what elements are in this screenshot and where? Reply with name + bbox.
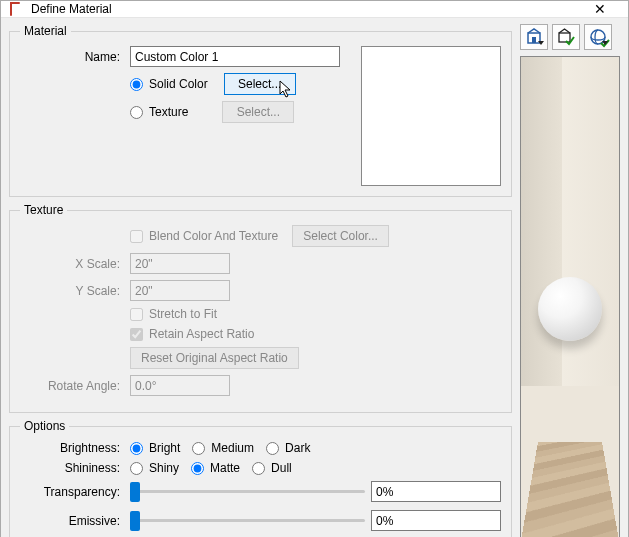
shininess-label: Shininess:	[20, 461, 124, 475]
options-group: Options Brightness: Bright Medium Dark	[9, 419, 512, 537]
texture-group: Texture Blend Color And Texture Select C…	[9, 203, 512, 413]
color-swatch-preview	[361, 46, 501, 186]
texture-legend: Texture	[20, 203, 67, 217]
close-button[interactable]: ✕	[580, 1, 620, 17]
texture-radio[interactable]: Texture	[130, 105, 188, 119]
select-texture-button: Select...	[222, 101, 294, 123]
preview-sphere	[538, 277, 602, 341]
brightness-medium-label: Medium	[211, 441, 254, 455]
select-color-label: Select Color...	[303, 229, 378, 243]
shininess-shiny-label: Shiny	[149, 461, 179, 475]
name-label: Name:	[20, 50, 124, 64]
material-group: Material Name: Solid Color	[9, 24, 512, 197]
shininess-matte-radio[interactable]: Matte	[191, 461, 240, 475]
solid-color-label: Solid Color	[149, 77, 208, 91]
render-preview	[520, 56, 620, 537]
library-check-tool-button[interactable]	[552, 24, 580, 50]
content-area: Material Name: Solid Color	[1, 18, 628, 537]
xscale-input	[130, 253, 230, 274]
select-label-1: Select...	[238, 77, 281, 91]
rotate-label: Rotate Angle:	[20, 379, 124, 393]
shininess-shiny-radio[interactable]: Shiny	[130, 461, 179, 475]
check-icon	[600, 38, 610, 48]
titlebar: Define Material ✕	[1, 1, 628, 18]
emissive-label: Emissive:	[20, 514, 124, 528]
rotate-input	[130, 375, 230, 396]
shininess-dull-label: Dull	[271, 461, 292, 475]
yscale-label: Y Scale:	[20, 284, 124, 298]
yscale-input	[130, 280, 230, 301]
material-legend: Material	[20, 24, 71, 38]
transparency-slider[interactable]	[130, 482, 365, 502]
xscale-label: X Scale:	[20, 257, 124, 271]
brightness-bright-radio[interactable]: Bright	[130, 441, 180, 455]
name-input[interactable]	[130, 46, 340, 67]
transparency-input[interactable]	[371, 481, 501, 502]
retain-label: Retain Aspect Ratio	[149, 327, 254, 341]
svg-rect-1	[532, 37, 536, 43]
stretch-checkbox: Stretch to Fit	[130, 307, 217, 321]
transparency-label: Transparency:	[20, 485, 124, 499]
brightness-dark-radio[interactable]: Dark	[266, 441, 310, 455]
window-title: Define Material	[31, 2, 580, 16]
reset-aspect-label: Reset Original Aspect Ratio	[141, 351, 288, 365]
view-mode-tool-button[interactable]	[584, 24, 612, 50]
select-label-2: Select...	[237, 105, 280, 119]
shininess-matte-label: Matte	[210, 461, 240, 475]
blend-label: Blend Color And Texture	[149, 229, 278, 243]
brightness-dark-label: Dark	[285, 441, 310, 455]
texture-label: Texture	[149, 105, 188, 119]
svg-point-3	[591, 30, 605, 44]
retain-aspect-checkbox: Retain Aspect Ratio	[130, 327, 254, 341]
blend-checkbox: Blend Color And Texture	[130, 229, 278, 243]
brightness-medium-radio[interactable]: Medium	[192, 441, 254, 455]
svg-rect-2	[559, 33, 570, 42]
select-blend-color-button: Select Color...	[292, 225, 389, 247]
preview-toolbar	[520, 24, 620, 50]
brightness-bright-label: Bright	[149, 441, 180, 455]
stretch-label: Stretch to Fit	[149, 307, 217, 321]
reset-aspect-button: Reset Original Aspect Ratio	[130, 347, 299, 369]
brightness-label: Brightness:	[20, 441, 124, 455]
app-icon	[9, 1, 25, 17]
library-plan-tool-button[interactable]	[520, 24, 548, 50]
solid-color-radio[interactable]: Solid Color	[130, 77, 208, 91]
shininess-dull-radio[interactable]: Dull	[252, 461, 292, 475]
options-legend: Options	[20, 419, 69, 433]
dialog-window: Define Material ✕ Material Name:	[0, 0, 629, 537]
emissive-slider[interactable]	[130, 511, 365, 531]
emissive-input[interactable]	[371, 510, 501, 531]
select-solid-color-button[interactable]: Select...	[224, 73, 296, 95]
